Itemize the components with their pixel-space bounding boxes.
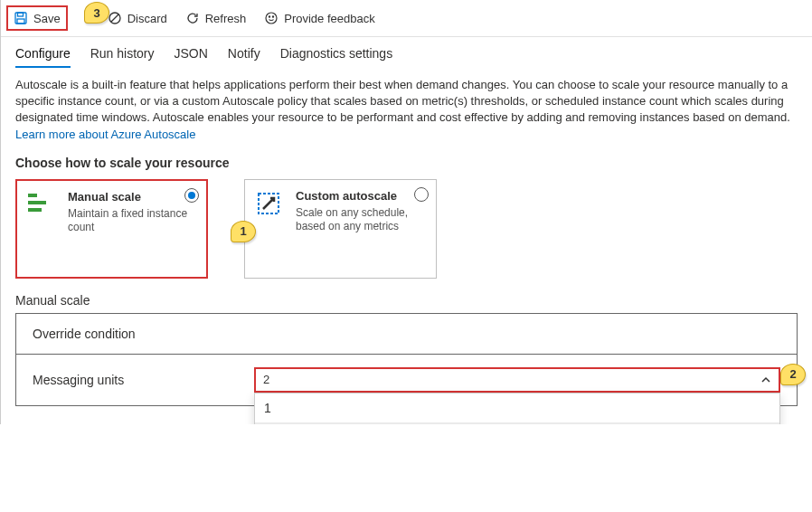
dropdown-option-1[interactable]: 1 (255, 393, 779, 422)
callout-2: 2 (780, 364, 806, 385)
tab-run-history[interactable]: Run history (90, 46, 155, 68)
callout-1: 1 (231, 221, 256, 242)
svg-rect-9 (28, 201, 46, 204)
messaging-units-row: Messaging units 2 1 2 4 8 2 (16, 355, 797, 406)
discard-label: Discard (127, 12, 167, 25)
choose-how-header: Choose how to scale your resource (15, 156, 798, 170)
smiley-icon (264, 11, 279, 25)
callout-3: 3 (84, 2, 109, 24)
discard-button[interactable]: Discard (104, 9, 171, 27)
svg-rect-2 (17, 19, 24, 24)
manual-scale-icon (26, 190, 55, 219)
messaging-units-select[interactable]: 2 (254, 367, 780, 393)
override-condition-label: Override condition (33, 327, 254, 341)
feedback-button[interactable]: Provide feedback (260, 9, 378, 27)
messaging-units-label: Messaging units (33, 373, 254, 387)
svg-point-7 (273, 16, 274, 17)
card-custom-autoscale[interactable]: Custom autoscale Scale on any schedule, … (244, 179, 437, 279)
svg-rect-8 (28, 194, 37, 197)
content-area: Autoscale is a built-in feature that hel… (1, 77, 812, 424)
toolbar: Save 3 Discard Refresh Provide fe (1, 0, 812, 37)
chevron-up-icon (760, 375, 771, 385)
save-button[interactable]: Save (10, 9, 64, 27)
manual-card-sub: Maintain a fixed instance count (68, 207, 197, 235)
override-condition-row: Override condition (16, 314, 797, 355)
learn-more-link[interactable]: Learn more about Azure Autoscale (15, 128, 195, 141)
save-label: Save (33, 12, 61, 25)
svg-line-4 (111, 14, 118, 22)
manual-card-title: Manual scale (68, 190, 197, 204)
messaging-units-select-wrap: 2 1 2 4 8 (254, 367, 780, 393)
card-manual-scale[interactable]: Manual scale Maintain a fixed instance c… (15, 179, 208, 279)
custom-card-sub: Scale on any schedule, based on any metr… (296, 206, 427, 234)
manual-scale-heading: Manual scale (15, 293, 798, 308)
feedback-label: Provide feedback (284, 12, 374, 25)
refresh-button[interactable]: Refresh (182, 9, 250, 27)
tab-json[interactable]: JSON (175, 46, 208, 68)
refresh-label: Refresh (205, 12, 247, 25)
svg-point-5 (266, 13, 277, 24)
messaging-units-value: 2 (263, 373, 269, 386)
tab-notify[interactable]: Notify (228, 46, 260, 68)
page-root: Save 3 Discard Refresh Provide fe (0, 0, 812, 424)
custom-autoscale-icon (254, 189, 283, 218)
manual-radio[interactable] (184, 188, 199, 203)
save-highlight-box: Save (6, 5, 68, 31)
manual-scale-panel: Override condition Messaging units 2 1 2… (15, 313, 798, 406)
custom-card-title: Custom autoscale (296, 189, 427, 203)
custom-radio[interactable] (414, 187, 429, 202)
tab-configure[interactable]: Configure (15, 46, 71, 68)
tab-diagnostics[interactable]: Diagnostics settings (280, 46, 393, 68)
tab-bar: Configure Run history JSON Notify Diagno… (1, 37, 812, 68)
save-icon (14, 11, 28, 25)
svg-rect-1 (18, 13, 24, 16)
svg-rect-10 (28, 208, 42, 212)
refresh-icon (185, 11, 200, 25)
discard-icon (108, 11, 122, 25)
messaging-units-dropdown: 1 2 4 8 (254, 393, 780, 424)
description-text: Autoscale is a built-in feature that hel… (15, 77, 798, 143)
svg-point-6 (269, 16, 270, 17)
dropdown-option-2[interactable]: 2 (255, 422, 779, 424)
scale-mode-cards: Manual scale Maintain a fixed instance c… (15, 179, 798, 279)
